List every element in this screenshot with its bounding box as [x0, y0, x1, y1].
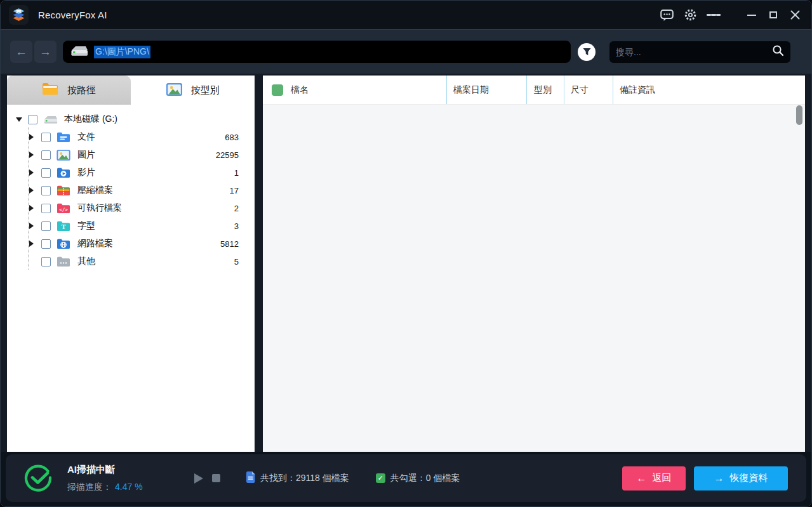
forward-nav-button[interactable]: → — [34, 41, 57, 63]
back-nav-button[interactable]: ← — [10, 41, 32, 63]
column-file-date[interactable]: 檔案日期 — [447, 76, 527, 104]
tree-item-count: 3 — [234, 221, 239, 231]
app-title: RecoveryFox AI — [38, 10, 107, 20]
title-bar: RecoveryFox AI — [1, 1, 811, 29]
right-arrow-icon: → — [714, 473, 724, 484]
tree-item-label: 可執行檔案 — [77, 202, 122, 214]
tree-checkbox[interactable] — [41, 257, 51, 267]
close-button[interactable] — [788, 8, 802, 22]
tree-item-executables[interactable]: </> 可執行檔案 2 — [7, 199, 255, 217]
tree-item-label: 字型 — [77, 220, 95, 232]
svg-text:</>: </> — [59, 206, 68, 212]
caret-right-icon[interactable] — [29, 152, 34, 158]
tree-checkbox[interactable] — [41, 150, 51, 160]
scan-status-title: AI掃描中斷 — [67, 464, 192, 476]
tree-item-web-files[interactable]: 網路檔案 5812 — [7, 235, 255, 253]
tree-item-label: 壓縮檔案 — [77, 185, 113, 196]
caret-right-icon[interactable] — [29, 223, 34, 229]
sidebar: 按路徑 按型別 — [7, 76, 255, 452]
column-filename[interactable]: 檔名 — [263, 76, 447, 104]
caret-right-icon[interactable] — [29, 240, 34, 247]
filter-icon[interactable] — [578, 43, 596, 61]
column-type-label: 型別 — [534, 84, 552, 96]
tree-item-label: 文件 — [77, 131, 95, 143]
tree-item-archives[interactable]: 壓縮檔案 17 — [7, 181, 255, 199]
tree-item-local-disk-g[interactable]: 本地磁碟 (G:) — [7, 110, 255, 128]
tree-checkbox[interactable] — [41, 204, 51, 213]
tree-item-count: 22595 — [216, 150, 239, 160]
back-button[interactable]: ← 返回 — [622, 466, 686, 491]
checked-files-icon: ✓ — [376, 473, 385, 483]
search-icon[interactable] — [772, 44, 784, 59]
others-folder-icon — [56, 256, 71, 267]
tree-item-count: 17 — [230, 186, 239, 195]
vertical-scrollbar-thumb[interactable] — [796, 105, 802, 125]
tree-item-others[interactable]: 其他 5 — [7, 253, 255, 270]
recover-data-button[interactable]: → 恢復資料 — [694, 466, 788, 491]
address-path-text[interactable]: G:\圖片\PNG\ — [94, 46, 150, 58]
archives-folder-icon — [56, 185, 71, 196]
tree-item-videos[interactable]: 影片 1 — [7, 164, 255, 181]
gear-icon[interactable] — [683, 8, 697, 22]
tab-by-path[interactable]: 按路徑 — [7, 76, 131, 105]
column-type[interactable]: 型別 — [527, 76, 564, 104]
column-file-date-label: 檔案日期 — [453, 84, 489, 96]
tree-checkbox[interactable] — [41, 168, 51, 178]
documents-folder-icon — [56, 132, 71, 143]
files-checked-text: 共勾選：0 個檔案 — [390, 473, 460, 484]
status-panel: AI掃描中斷 掃描進度：4.47 % 共找到：291 — [6, 454, 806, 502]
tree-checkbox[interactable] — [41, 186, 51, 195]
folder-tree: 本地磁碟 (G:) 文件 683 — [7, 105, 255, 452]
tree-item-fonts[interactable]: T 字型 3 — [7, 217, 255, 235]
tree-item-label: 網路檔案 — [77, 238, 113, 249]
chat-feedback-icon[interactable] — [660, 8, 674, 22]
scan-progress-label: 掃描進度： — [67, 482, 112, 492]
resume-scan-icon[interactable] — [194, 473, 203, 484]
tab-by-type[interactable]: 按型別 — [131, 76, 255, 105]
tree-item-label: 本地磁碟 (G:) — [64, 114, 117, 125]
caret-right-icon[interactable] — [29, 134, 34, 140]
select-all-checkbox[interactable] — [272, 84, 283, 96]
tree-checkbox[interactable] — [41, 221, 51, 231]
back-button-label: 返回 — [653, 472, 672, 484]
menu-icon[interactable] — [707, 8, 721, 22]
recover-button-label: 恢復資料 — [730, 472, 768, 484]
tab-by-path-label: 按路徑 — [67, 84, 96, 96]
search-input[interactable] — [616, 47, 772, 57]
column-size[interactable]: 尺寸 — [564, 76, 613, 104]
column-notes[interactable]: 備註資訊 — [613, 76, 805, 104]
tree-item-label: 影片 — [77, 167, 95, 178]
fonts-folder-icon: T — [56, 221, 71, 232]
sidebar-tabs: 按路徑 按型別 — [7, 76, 255, 105]
tree-checkbox[interactable] — [28, 115, 37, 124]
search-box[interactable] — [609, 41, 790, 63]
maximize-button[interactable] — [766, 8, 780, 22]
executables-folder-icon: </> — [56, 203, 71, 214]
caret-right-icon[interactable] — [29, 169, 34, 176]
drive-icon — [69, 44, 88, 60]
tree-checkbox[interactable] — [41, 239, 51, 249]
tree-checkbox[interactable] — [41, 133, 51, 142]
drive-icon — [43, 114, 58, 126]
tree-item-pictures[interactable]: 圖片 22595 — [7, 146, 255, 164]
tree-item-count: 1 — [234, 168, 239, 178]
tree-item-label: 其他 — [77, 256, 95, 267]
files-found-text: 共找到：29118 個檔案 — [260, 473, 349, 484]
caret-right-icon[interactable] — [29, 187, 34, 194]
app-window: RecoveryFox AI — [0, 0, 812, 507]
tree-item-count: 5812 — [220, 239, 239, 249]
tree-item-count: 683 — [225, 133, 239, 142]
tree-item-count: 5 — [234, 257, 239, 267]
scan-status-check-icon — [23, 463, 53, 494]
caret-down-icon[interactable] — [16, 117, 22, 122]
tree-item-documents[interactable]: 文件 683 — [7, 128, 255, 146]
status-bar: AI掃描中斷 掃描進度：4.47 % 共找到：291 — [1, 452, 811, 506]
folder-icon — [42, 82, 58, 98]
minimize-button[interactable] — [745, 8, 759, 22]
address-bar[interactable]: G:\圖片\PNG\ — [63, 41, 571, 63]
stop-scan-icon[interactable] — [212, 474, 220, 482]
toolbar: ← → G:\圖片\PNG\ — [1, 29, 811, 74]
tab-by-type-label: 按型別 — [191, 84, 220, 96]
file-list-panel: 檔名 檔案日期 型別 尺寸 備註資訊 — [263, 76, 805, 452]
caret-right-icon[interactable] — [29, 205, 34, 211]
